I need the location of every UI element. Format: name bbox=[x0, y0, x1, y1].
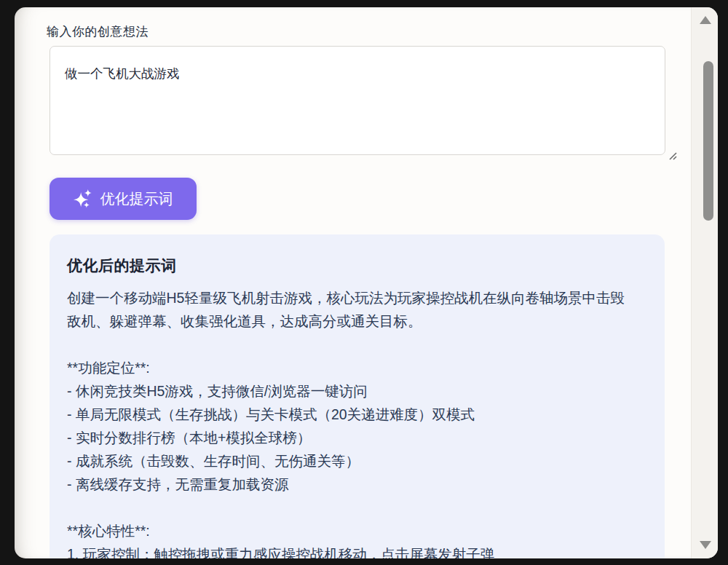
result-panel-title: 优化后的提示词 bbox=[67, 256, 177, 276]
main-content: 输入你的创意想法 做一个飞机大战游戏 优化提示词 优化后的提示词 bbox=[15, 7, 692, 558]
optimize-button-label: 优化提示词 bbox=[100, 189, 173, 209]
prompt-line: - 休闲竞技类H5游戏，支持微信/浏览器一键访问 bbox=[67, 379, 648, 403]
optimized-prompt-text: 创建一个移动端H5轻量级飞机射击游戏，核心玩法为玩家操控战机在纵向卷轴场景中击毁… bbox=[67, 286, 648, 558]
scroll-down-arrow-icon[interactable] bbox=[700, 541, 711, 549]
scrollbar-thumb[interactable] bbox=[703, 61, 713, 221]
textarea-resize-handle[interactable] bbox=[667, 150, 677, 160]
optimize-prompt-button[interactable]: 优化提示词 bbox=[50, 178, 197, 220]
optimized-prompt-panel: 优化后的提示词 创建一个移动端H5轻量级飞机射击游戏，核心玩法为玩家操控战机在纵… bbox=[50, 234, 665, 558]
prompt-line-blank bbox=[67, 496, 648, 519]
prompt-line: 1. 玩家控制：触控拖拽或重力感应操控战机移动，点击屏幕发射子弹 bbox=[67, 542, 648, 558]
screen-frame: 输入你的创意想法 做一个飞机大战游戏 优化提示词 优化后的提示词 bbox=[0, 0, 728, 565]
idea-input-label: 输入你的创意想法 bbox=[47, 23, 149, 40]
vertical-scrollbar[interactable] bbox=[691, 7, 718, 558]
prompt-line: 创建一个移动端H5轻量级飞机射击游戏，核心玩法为玩家操控战机在纵向卷轴场景中击毁 bbox=[67, 286, 648, 309]
prompt-line: - 离线缓存支持，无需重复加载资源 bbox=[67, 473, 648, 496]
prompt-line: - 单局无限模式（生存挑战）与关卡模式（20关递进难度）双模式 bbox=[67, 403, 648, 426]
app-window: 输入你的创意想法 做一个飞机大战游戏 优化提示词 优化后的提示词 bbox=[15, 7, 718, 558]
prompt-line: **功能定位**: bbox=[67, 356, 648, 379]
prompt-line-blank bbox=[67, 333, 648, 356]
prompt-line: - 成就系统（击毁数、生存时间、无伤通关等） bbox=[67, 449, 648, 473]
prompt-line: 敌机、躲避弹幕、收集强化道具，达成高分或通关目标。 bbox=[67, 309, 648, 333]
sparkles-icon bbox=[74, 189, 92, 208]
idea-input[interactable]: 做一个飞机大战游戏 bbox=[50, 46, 665, 155]
prompt-line: **核心特性**: bbox=[67, 519, 648, 542]
prompt-line: - 实时分数排行榜（本地+模拟全球榜） bbox=[67, 426, 648, 449]
scroll-up-arrow-icon[interactable] bbox=[700, 16, 711, 24]
